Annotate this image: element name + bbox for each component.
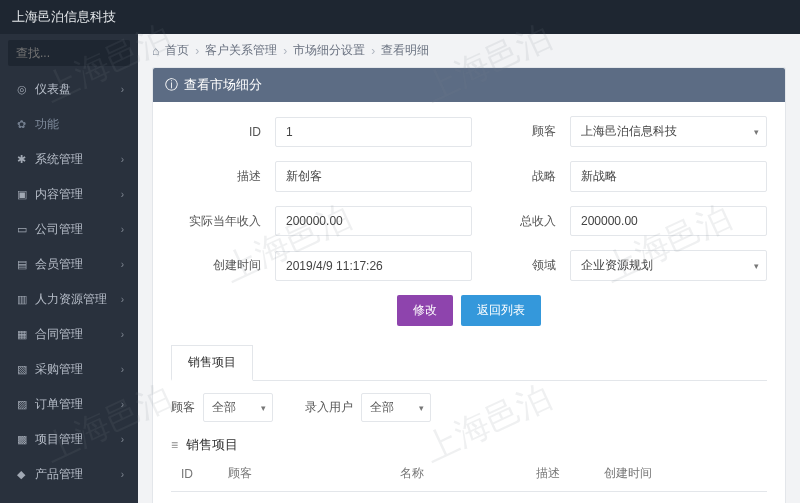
sidebar-item-order[interactable]: ▨订单管理› xyxy=(0,387,138,422)
breadcrumb-detail: 查看明细 xyxy=(381,42,429,59)
cell-created: 2019/4/9 11:18:42 xyxy=(594,492,767,504)
home-icon: ⌂ xyxy=(152,44,159,58)
select-customer-wrap: 上海邑泊信息科技 ▾ xyxy=(570,116,767,147)
form-grid: ID 1 顾客 上海邑泊信息科技 ▾ 描述 新创客 战略 新战略 实际当年收入 … xyxy=(171,116,767,281)
table-row[interactable]: 1 上海邑泊信息科技 执行销售计划 0001 2019/4/9 11:18:42 xyxy=(171,492,767,504)
label-strategy: 战略 xyxy=(486,168,556,185)
hr-icon: ▥ xyxy=(17,293,29,306)
sidebar-item-contract[interactable]: ▦合同管理› xyxy=(0,317,138,352)
sidebar-item-system[interactable]: ✱系统管理› xyxy=(0,142,138,177)
label-actual-income: 实际当年收入 xyxy=(171,213,261,230)
tabs: 销售项目 xyxy=(171,344,767,381)
filter-select-customer[interactable]: 全部 xyxy=(203,393,273,422)
sidebar-item-label: 项目管理 xyxy=(35,431,83,448)
tab-sales[interactable]: 销售项目 xyxy=(171,345,253,381)
sidebar-item-company[interactable]: ▭公司管理› xyxy=(0,212,138,247)
label-customer: 顾客 xyxy=(486,123,556,140)
value-actual-income: 200000.00 xyxy=(275,206,472,236)
edit-button[interactable]: 修改 xyxy=(397,295,453,326)
breadcrumb-segment[interactable]: 市场细分设置 xyxy=(293,42,365,59)
back-button[interactable]: 返回列表 xyxy=(461,295,541,326)
sidebar-item-label: 公司管理 xyxy=(35,221,83,238)
sidebar-item-label: 系统管理 xyxy=(35,151,83,168)
chevron-right-icon: › xyxy=(121,294,124,305)
value-total-income: 200000.00 xyxy=(570,206,767,236)
info-icon: ⓘ xyxy=(165,76,178,94)
label-total-income: 总收入 xyxy=(486,213,556,230)
order-icon: ▨ xyxy=(17,398,29,411)
function-icon: ✿ xyxy=(17,118,29,131)
product-icon: ◆ xyxy=(17,468,29,481)
chevron-right-icon: › xyxy=(121,189,124,200)
chevron-right-icon: › xyxy=(121,154,124,165)
sales-table: ID 顾客 名称 描述 创建时间 1 上海邑泊信息科技 执行销售计划 0001 … xyxy=(171,456,767,503)
subsection-header: ≡ 销售项目 xyxy=(171,430,767,456)
cell-customer: 上海邑泊信息科技 xyxy=(218,492,389,504)
value-created: 2019/4/9 11:17:26 xyxy=(275,251,472,281)
th-id[interactable]: ID xyxy=(171,456,218,492)
project-icon: ▩ xyxy=(17,433,29,446)
label-created: 创建时间 xyxy=(171,257,261,274)
sidebar-item-label: 功能 xyxy=(35,116,59,133)
sidebar-item-dashboard[interactable]: ◎仪表盘› xyxy=(0,72,138,107)
company-icon: ▭ xyxy=(17,223,29,236)
sidebar-menu: ◎仪表盘› ✿功能 ✱系统管理› ▣内容管理› ▭公司管理› ▤会员管理› ▥人… xyxy=(0,72,138,503)
value-id: 1 xyxy=(275,117,472,147)
th-name[interactable]: 名称 xyxy=(390,456,526,492)
sidebar-item-product[interactable]: ◆产品管理› xyxy=(0,457,138,492)
sidebar-item-content[interactable]: ▣内容管理› xyxy=(0,177,138,212)
system-icon: ✱ xyxy=(17,153,29,166)
sidebar-item-function[interactable]: ✿功能 xyxy=(0,107,138,142)
sidebar-item-finance[interactable]: ◇财务管理› xyxy=(0,492,138,503)
dashboard-icon: ◎ xyxy=(17,83,29,96)
search-input[interactable] xyxy=(8,40,130,66)
content-icon: ▣ xyxy=(17,188,29,201)
filter-select-entryuser[interactable]: 全部 xyxy=(361,393,431,422)
sidebar-item-project[interactable]: ▩项目管理› xyxy=(0,422,138,457)
breadcrumb-crm[interactable]: 客户关系管理 xyxy=(205,42,277,59)
panel-body: ID 1 顾客 上海邑泊信息科技 ▾ 描述 新创客 战略 新战略 实际当年收入 … xyxy=(153,102,785,503)
chevron-right-icon: › xyxy=(121,329,124,340)
topbar: 上海邑泊信息科技 xyxy=(0,0,800,34)
chevron-right-icon: › xyxy=(121,224,124,235)
member-icon: ▤ xyxy=(17,258,29,271)
cell-desc: 0001 xyxy=(526,492,595,504)
select-customer[interactable]: 上海邑泊信息科技 xyxy=(570,116,767,147)
sidebar-item-label: 合同管理 xyxy=(35,326,83,343)
action-row: 修改 返回列表 xyxy=(171,281,767,330)
label-domain: 领域 xyxy=(486,257,556,274)
breadcrumb-home[interactable]: 首页 xyxy=(165,42,189,59)
chevron-right-icon: › xyxy=(121,469,124,480)
panel-title: 查看市场细分 xyxy=(184,76,262,94)
label-desc: 描述 xyxy=(171,168,261,185)
list-icon: ≡ xyxy=(171,438,178,452)
cell-id: 1 xyxy=(171,492,218,504)
table-header-row: ID 顾客 名称 描述 创建时间 xyxy=(171,456,767,492)
select-domain[interactable]: 企业资源规划 xyxy=(570,250,767,281)
sidebar-item-label: 订单管理 xyxy=(35,396,83,413)
chevron-right-icon: › xyxy=(121,84,124,95)
cell-name: 执行销售计划 xyxy=(390,492,526,504)
sidebar-item-member[interactable]: ▤会员管理› xyxy=(0,247,138,282)
chevron-right-icon: › xyxy=(121,434,124,445)
label-id: ID xyxy=(171,125,261,139)
sidebar-item-label: 产品管理 xyxy=(35,466,83,483)
sidebar-item-label: 人力资源管理 xyxy=(35,291,107,308)
filter-row: 顾客 全部 录入用户 全部 xyxy=(171,381,767,430)
sidebar-item-purchase[interactable]: ▧采购管理› xyxy=(0,352,138,387)
sidebar: ◎仪表盘› ✿功能 ✱系统管理› ▣内容管理› ▭公司管理› ▤会员管理› ▥人… xyxy=(0,34,138,503)
sidebar-item-hr[interactable]: ▥人力资源管理› xyxy=(0,282,138,317)
filter-label-entryuser: 录入用户 xyxy=(305,399,353,416)
sidebar-item-label: 仪表盘 xyxy=(35,81,71,98)
th-created[interactable]: 创建时间 xyxy=(594,456,767,492)
panel-header: ⓘ 查看市场细分 xyxy=(153,68,785,102)
sidebar-search xyxy=(0,34,138,72)
subsection-title: 销售项目 xyxy=(186,437,238,452)
th-desc[interactable]: 描述 xyxy=(526,456,595,492)
chevron-right-icon: › xyxy=(121,364,124,375)
select-domain-wrap: 企业资源规划 ▾ xyxy=(570,250,767,281)
chevron-right-icon: › xyxy=(121,399,124,410)
value-desc: 新创客 xyxy=(275,161,472,192)
breadcrumb: ⌂ 首页 › 客户关系管理 › 市场细分设置 › 查看明细 xyxy=(138,34,800,67)
th-customer[interactable]: 顾客 xyxy=(218,456,389,492)
